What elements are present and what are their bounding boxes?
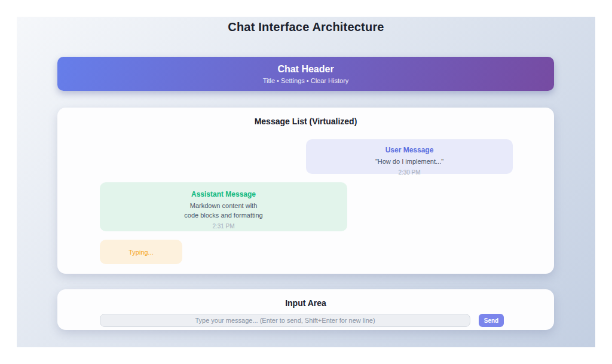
message-input[interactable] — [100, 314, 470, 327]
user-message-text: "How do I implement..." — [306, 157, 513, 167]
assistant-message-line-2: code blocks and formatting — [100, 211, 347, 221]
send-button[interactable]: Send — [479, 314, 504, 327]
typing-indicator-text: Typing... — [128, 249, 154, 256]
assistant-message-time: 2:31 PM — [100, 223, 347, 230]
assistant-message-line-1: Markdown content with — [100, 201, 347, 211]
chat-header-block: Chat Header Title • Settings • Clear His… — [57, 57, 554, 91]
chat-header-title: Chat Header — [277, 64, 333, 75]
input-area-title: Input Area — [57, 298, 554, 308]
page-title: Chat Interface Architecture — [17, 20, 595, 34]
message-list-title: Message List (Virtualized) — [57, 117, 554, 126]
input-row: Send — [100, 314, 504, 327]
typing-indicator-bubble: Typing... — [100, 240, 182, 264]
assistant-message-label: Assistant Message — [100, 190, 347, 198]
input-area-panel: Input Area Send — [57, 289, 554, 330]
chat-header-subtitle: Title • Settings • Clear History — [263, 77, 349, 84]
assistant-message-bubble: Assistant Message Markdown content with … — [100, 182, 347, 231]
assistant-message-text: Markdown content with code blocks and fo… — [100, 201, 347, 221]
user-message-time: 2:30 PM — [306, 169, 513, 176]
user-message-label: User Message — [306, 146, 513, 154]
diagram-canvas: Chat Interface Architecture Chat Header … — [17, 17, 595, 347]
message-list-panel: Message List (Virtualized) User Message … — [57, 108, 554, 274]
user-message-bubble: User Message "How do I implement..." 2:3… — [306, 139, 513, 174]
